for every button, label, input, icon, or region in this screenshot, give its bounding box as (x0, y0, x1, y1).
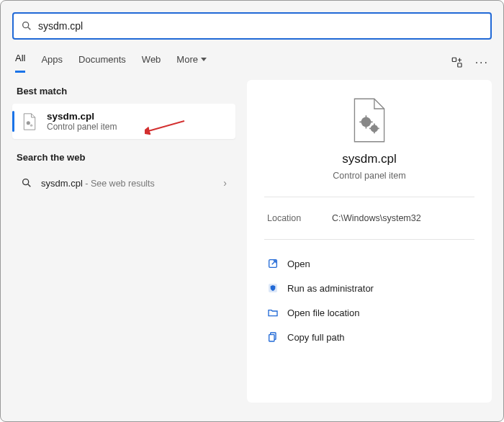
svg-point-0 (23, 22, 29, 28)
svg-point-6 (23, 179, 29, 185)
svg-line-7 (28, 184, 30, 187)
content-area: Best match sysdm.cpl Control panel item … (1, 73, 503, 414)
preview-subtitle: Control panel item (333, 171, 405, 181)
more-options-button[interactable]: ··· (475, 56, 489, 69)
preview-title: sysdm.cpl (342, 152, 397, 166)
web-result-suffix: - See web results (83, 179, 155, 189)
search-icon (21, 20, 32, 32)
apps-icon[interactable] (451, 56, 464, 69)
best-match-result[interactable]: sysdm.cpl Control panel item (12, 104, 235, 139)
best-match-label: Best match (17, 86, 235, 96)
search-bar[interactable] (12, 12, 492, 40)
svg-rect-3 (457, 63, 461, 67)
search-input[interactable] (38, 20, 483, 32)
action-run-admin[interactable]: Run as administrator (264, 276, 474, 300)
best-match-subtitle: Control panel item (47, 122, 117, 132)
filter-tabs: All Apps Documents Web More ··· (1, 45, 503, 73)
action-copy-path[interactable]: Copy full path (264, 325, 474, 349)
svg-rect-17 (269, 335, 274, 341)
web-search-result[interactable]: sysdm.cpl - See web results › (12, 170, 235, 196)
svg-rect-2 (452, 58, 456, 61)
svg-line-1 (28, 27, 30, 30)
search-web-label: Search the web (17, 152, 235, 163)
action-open-location-label: Open file location (287, 307, 359, 318)
tab-all[interactable]: All (15, 53, 25, 73)
search-window: All Apps Documents Web More ··· Best mat… (0, 0, 504, 422)
copy-icon (267, 331, 279, 343)
divider (264, 197, 474, 197)
control-panel-file-icon (21, 113, 38, 130)
tab-more[interactable]: More (176, 54, 207, 72)
action-copy-path-label: Copy full path (287, 332, 345, 343)
tab-apps[interactable]: Apps (41, 54, 63, 72)
svg-point-4 (27, 121, 30, 125)
divider (264, 239, 474, 240)
action-open-location[interactable]: Open file location (264, 300, 474, 325)
svg-point-5 (30, 124, 32, 126)
preview-panel: sysdm.cpl Control panel item Location C:… (247, 80, 492, 403)
location-row: Location C:\Windows\system32 (264, 209, 474, 236)
action-run-admin-label: Run as administrator (287, 283, 374, 294)
location-value: C:\Windows\system32 (332, 213, 421, 223)
best-match-title: sysdm.cpl (47, 111, 117, 122)
web-result-query: sysdm.cpl (41, 178, 83, 189)
action-open-label: Open (287, 259, 310, 269)
chevron-down-icon (201, 58, 207, 61)
chevron-right-icon: › (223, 177, 227, 189)
tab-more-label: More (176, 54, 198, 65)
control-panel-file-icon (349, 97, 390, 143)
results-column: Best match sysdm.cpl Control panel item … (12, 80, 235, 403)
search-icon (21, 177, 32, 189)
shield-icon (267, 282, 279, 294)
folder-icon (267, 307, 279, 318)
tab-web[interactable]: Web (142, 54, 161, 72)
tab-documents[interactable]: Documents (78, 54, 126, 72)
open-icon (267, 258, 279, 269)
location-label: Location (267, 213, 332, 223)
action-open[interactable]: Open (264, 251, 474, 276)
